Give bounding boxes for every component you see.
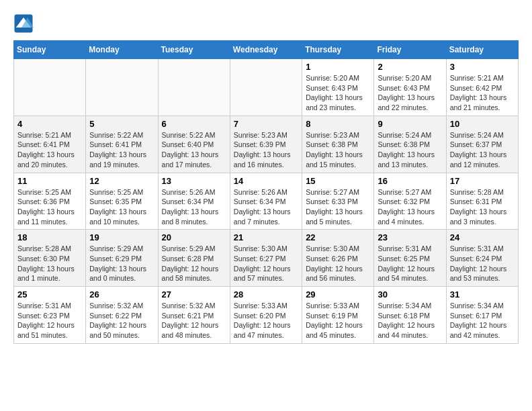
day-info: Sunrise: 5:28 AM Sunset: 6:30 PM Dayligh… bbox=[17, 244, 82, 283]
day-number: 13 bbox=[162, 176, 226, 186]
day-info: Sunrise: 5:27 AM Sunset: 6:32 PM Dayligh… bbox=[378, 187, 442, 227]
col-header-sunday: Sunday bbox=[14, 41, 86, 59]
day-info: Sunrise: 5:22 AM Sunset: 6:40 PM Dayligh… bbox=[162, 130, 226, 170]
header-row: SundayMondayTuesdayWednesdayThursdayFrid… bbox=[14, 41, 519, 59]
day-number: 6 bbox=[162, 119, 226, 129]
logo-icon bbox=[13, 13, 34, 34]
day-number: 26 bbox=[89, 289, 154, 300]
col-header-thursday: Thursday bbox=[302, 41, 374, 59]
day-cell: 20Sunrise: 5:29 AM Sunset: 6:28 PM Dayli… bbox=[158, 230, 230, 287]
day-cell: 6Sunrise: 5:22 AM Sunset: 6:40 PM Daylig… bbox=[158, 116, 230, 173]
day-cell: 12Sunrise: 5:25 AM Sunset: 6:35 PM Dayli… bbox=[86, 173, 158, 230]
day-cell: 22Sunrise: 5:30 AM Sunset: 6:26 PM Dayli… bbox=[302, 230, 374, 287]
day-number: 28 bbox=[234, 289, 298, 300]
day-number: 11 bbox=[17, 176, 82, 186]
day-cell: 21Sunrise: 5:30 AM Sunset: 6:27 PM Dayli… bbox=[230, 230, 302, 287]
day-cell: 1Sunrise: 5:20 AM Sunset: 6:43 PM Daylig… bbox=[302, 59, 374, 116]
day-info: Sunrise: 5:30 AM Sunset: 6:27 PM Dayligh… bbox=[234, 244, 298, 283]
day-cell: 29Sunrise: 5:33 AM Sunset: 6:19 PM Dayli… bbox=[302, 287, 374, 344]
day-cell: 9Sunrise: 5:24 AM Sunset: 6:38 PM Daylig… bbox=[374, 116, 446, 173]
day-number: 30 bbox=[378, 289, 442, 300]
col-header-tuesday: Tuesday bbox=[158, 41, 230, 59]
day-cell: 28Sunrise: 5:33 AM Sunset: 6:20 PM Dayli… bbox=[230, 287, 302, 344]
week-row-3: 11Sunrise: 5:25 AM Sunset: 6:36 PM Dayli… bbox=[14, 173, 519, 230]
day-info: Sunrise: 5:34 AM Sunset: 6:17 PM Dayligh… bbox=[450, 301, 515, 340]
calendar-table: SundayMondayTuesdayWednesdayThursdayFrid… bbox=[13, 40, 519, 344]
day-number: 20 bbox=[162, 232, 226, 242]
logo bbox=[13, 13, 36, 34]
day-number: 14 bbox=[234, 176, 298, 186]
day-cell: 2Sunrise: 5:20 AM Sunset: 6:43 PM Daylig… bbox=[374, 59, 446, 116]
day-info: Sunrise: 5:32 AM Sunset: 6:21 PM Dayligh… bbox=[162, 301, 226, 340]
day-number: 21 bbox=[234, 232, 298, 242]
col-header-friday: Friday bbox=[374, 41, 446, 59]
day-cell: 17Sunrise: 5:28 AM Sunset: 6:31 PM Dayli… bbox=[446, 173, 518, 230]
day-info: Sunrise: 5:26 AM Sunset: 6:34 PM Dayligh… bbox=[234, 187, 298, 227]
day-cell: 3Sunrise: 5:21 AM Sunset: 6:42 PM Daylig… bbox=[446, 59, 518, 116]
day-number: 1 bbox=[306, 62, 370, 72]
day-cell: 4Sunrise: 5:21 AM Sunset: 6:41 PM Daylig… bbox=[14, 116, 86, 173]
day-info: Sunrise: 5:20 AM Sunset: 6:43 PM Dayligh… bbox=[306, 73, 370, 113]
day-number: 2 bbox=[378, 62, 442, 72]
day-number: 18 bbox=[17, 232, 82, 242]
day-info: Sunrise: 5:31 AM Sunset: 6:24 PM Dayligh… bbox=[450, 244, 515, 283]
day-cell: 30Sunrise: 5:34 AM Sunset: 6:18 PM Dayli… bbox=[374, 287, 446, 344]
day-cell: 23Sunrise: 5:31 AM Sunset: 6:25 PM Dayli… bbox=[374, 230, 446, 287]
day-cell: 18Sunrise: 5:28 AM Sunset: 6:30 PM Dayli… bbox=[14, 230, 86, 287]
day-info: Sunrise: 5:24 AM Sunset: 6:37 PM Dayligh… bbox=[450, 130, 515, 170]
col-header-monday: Monday bbox=[86, 41, 158, 59]
day-cell bbox=[158, 59, 230, 116]
day-info: Sunrise: 5:28 AM Sunset: 6:31 PM Dayligh… bbox=[450, 187, 515, 227]
page-header bbox=[13, 13, 519, 34]
day-cell: 16Sunrise: 5:27 AM Sunset: 6:32 PM Dayli… bbox=[374, 173, 446, 230]
day-info: Sunrise: 5:30 AM Sunset: 6:26 PM Dayligh… bbox=[306, 244, 370, 283]
day-cell: 26Sunrise: 5:32 AM Sunset: 6:22 PM Dayli… bbox=[86, 287, 158, 344]
day-number: 15 bbox=[306, 176, 370, 186]
day-cell: 31Sunrise: 5:34 AM Sunset: 6:17 PM Dayli… bbox=[446, 287, 518, 344]
day-number: 23 bbox=[378, 232, 442, 242]
day-number: 27 bbox=[162, 289, 226, 300]
day-info: Sunrise: 5:29 AM Sunset: 6:28 PM Dayligh… bbox=[162, 244, 226, 283]
day-info: Sunrise: 5:25 AM Sunset: 6:36 PM Dayligh… bbox=[17, 187, 82, 227]
day-number: 5 bbox=[89, 119, 154, 129]
day-number: 25 bbox=[17, 289, 82, 300]
day-info: Sunrise: 5:34 AM Sunset: 6:18 PM Dayligh… bbox=[378, 301, 442, 340]
day-info: Sunrise: 5:26 AM Sunset: 6:34 PM Dayligh… bbox=[162, 187, 226, 227]
week-row-2: 4Sunrise: 5:21 AM Sunset: 6:41 PM Daylig… bbox=[14, 116, 519, 173]
day-number: 16 bbox=[378, 176, 442, 186]
day-info: Sunrise: 5:23 AM Sunset: 6:38 PM Dayligh… bbox=[306, 130, 370, 170]
day-cell: 13Sunrise: 5:26 AM Sunset: 6:34 PM Dayli… bbox=[158, 173, 230, 230]
day-info: Sunrise: 5:27 AM Sunset: 6:33 PM Dayligh… bbox=[306, 187, 370, 227]
day-number: 22 bbox=[306, 232, 370, 242]
day-cell: 10Sunrise: 5:24 AM Sunset: 6:37 PM Dayli… bbox=[446, 116, 518, 173]
day-info: Sunrise: 5:22 AM Sunset: 6:41 PM Dayligh… bbox=[89, 130, 154, 170]
day-cell bbox=[230, 59, 302, 116]
day-cell: 24Sunrise: 5:31 AM Sunset: 6:24 PM Dayli… bbox=[446, 230, 518, 287]
day-cell: 11Sunrise: 5:25 AM Sunset: 6:36 PM Dayli… bbox=[14, 173, 86, 230]
day-number: 12 bbox=[89, 176, 154, 186]
day-cell: 14Sunrise: 5:26 AM Sunset: 6:34 PM Dayli… bbox=[230, 173, 302, 230]
day-number: 31 bbox=[450, 289, 515, 300]
day-info: Sunrise: 5:21 AM Sunset: 6:41 PM Dayligh… bbox=[17, 130, 82, 170]
day-info: Sunrise: 5:21 AM Sunset: 6:42 PM Dayligh… bbox=[450, 73, 515, 113]
day-number: 3 bbox=[450, 62, 515, 72]
day-info: Sunrise: 5:33 AM Sunset: 6:20 PM Dayligh… bbox=[234, 301, 298, 340]
day-cell bbox=[14, 59, 86, 116]
day-number: 24 bbox=[450, 232, 515, 242]
week-row-4: 18Sunrise: 5:28 AM Sunset: 6:30 PM Dayli… bbox=[14, 230, 519, 287]
day-cell: 19Sunrise: 5:29 AM Sunset: 6:29 PM Dayli… bbox=[86, 230, 158, 287]
day-number: 10 bbox=[450, 119, 515, 129]
day-cell: 27Sunrise: 5:32 AM Sunset: 6:21 PM Dayli… bbox=[158, 287, 230, 344]
day-number: 17 bbox=[450, 176, 515, 186]
week-row-5: 25Sunrise: 5:31 AM Sunset: 6:23 PM Dayli… bbox=[14, 287, 519, 344]
day-info: Sunrise: 5:31 AM Sunset: 6:23 PM Dayligh… bbox=[17, 301, 82, 340]
day-cell: 7Sunrise: 5:23 AM Sunset: 6:39 PM Daylig… bbox=[230, 116, 302, 173]
day-info: Sunrise: 5:20 AM Sunset: 6:43 PM Dayligh… bbox=[378, 73, 442, 113]
day-number: 9 bbox=[378, 119, 442, 129]
day-number: 4 bbox=[17, 119, 82, 129]
day-info: Sunrise: 5:25 AM Sunset: 6:35 PM Dayligh… bbox=[89, 187, 154, 227]
day-info: Sunrise: 5:23 AM Sunset: 6:39 PM Dayligh… bbox=[234, 130, 298, 170]
day-number: 29 bbox=[306, 289, 370, 300]
day-info: Sunrise: 5:24 AM Sunset: 6:38 PM Dayligh… bbox=[378, 130, 442, 170]
day-cell: 15Sunrise: 5:27 AM Sunset: 6:33 PM Dayli… bbox=[302, 173, 374, 230]
